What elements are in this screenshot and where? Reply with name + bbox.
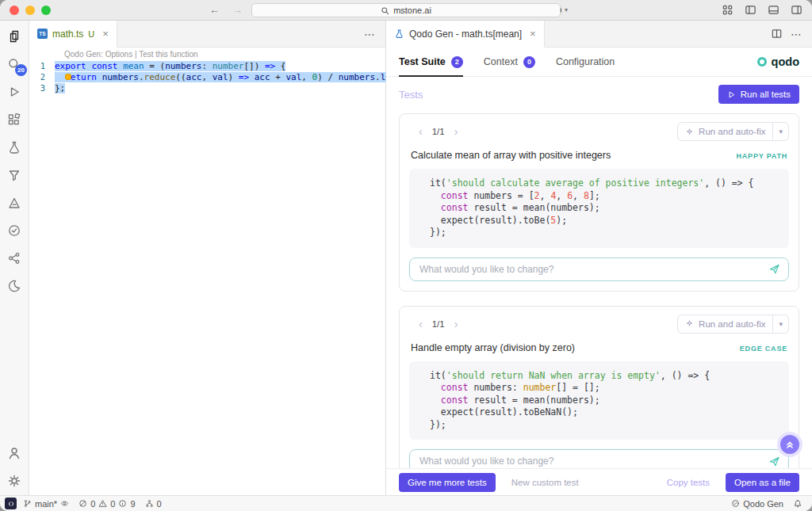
double-chevron-up-icon: [784, 439, 795, 450]
test-category-badge: EDGE CASE: [740, 345, 787, 353]
tab-filename: math.ts: [52, 29, 83, 40]
test-code-block[interactable]: it('should return NaN when array is empt…: [409, 361, 789, 440]
testing-view-button[interactable]: [5, 221, 24, 240]
code-text: return numbers.reduce((acc, val) => acc …: [55, 72, 417, 82]
tab-configuration[interactable]: Configuration: [556, 48, 615, 76]
line-number: 1: [29, 61, 55, 71]
test-pagination: 1/1: [432, 319, 445, 329]
toggle-secondary-sidebar-button[interactable]: [791, 4, 802, 16]
share-graph-view-button[interactable]: [5, 249, 24, 268]
run-autofix-button[interactable]: Run and auto-fix ▾: [677, 122, 789, 141]
tab-label: Context: [484, 56, 518, 67]
play-icon: [727, 90, 736, 99]
tab-test-suite[interactable]: Test Suite 2: [399, 48, 463, 76]
qodo-panel-footer: Give me more tests New custom test Copy …: [386, 468, 812, 495]
check-circle-icon: [6, 223, 22, 238]
run-autofix-button[interactable]: Run and auto-fix ▾: [677, 315, 789, 334]
caret-down-icon: ▾: [565, 6, 568, 13]
change-request-input[interactable]: [418, 455, 762, 467]
qodo-flask-view-button[interactable]: [5, 138, 24, 157]
crescent-icon: [6, 278, 22, 294]
layout-sidebar-left-icon: [745, 4, 756, 16]
editor-code-line[interactable]: 3};: [29, 82, 385, 93]
editor-actions-more-icon[interactable]: ⋯: [364, 28, 376, 40]
prev-test-chevron[interactable]: ‹: [419, 318, 423, 330]
problems-status[interactable]: 0 0 9: [74, 496, 140, 511]
toggle-sidebar-button[interactable]: [745, 4, 756, 16]
tab-math-ts[interactable]: TS math.ts U ×: [29, 21, 117, 48]
workbench: 20: [0, 21, 812, 495]
network-status[interactable]: 0: [140, 496, 167, 511]
minimize-window-button[interactable]: [25, 6, 35, 15]
apps-grid-button[interactable]: [722, 4, 733, 16]
prev-test-chevron[interactable]: ‹: [419, 126, 423, 137]
git-branch-status[interactable]: main*: [18, 496, 74, 511]
change-request-input[interactable]: [418, 263, 762, 276]
qodo-logo-icon: [757, 57, 767, 67]
run-autofix-label: Run and auto-fix: [699, 127, 765, 136]
editor-code-line[interactable]: 1export const mean = (numbers: number[])…: [29, 60, 385, 71]
lightbulb-icon[interactable]: [65, 74, 71, 80]
test-code-block[interactable]: it('should calculate average of positive…: [409, 169, 789, 248]
theme-view-button[interactable]: [5, 276, 24, 296]
give-more-tests-button[interactable]: Give me more tests: [399, 473, 496, 492]
maximize-window-button[interactable]: [41, 6, 51, 15]
gear-icon: [6, 473, 22, 489]
explorer-view-button[interactable]: [5, 27, 24, 46]
test-card: ‹ 1/1 › Run and auto-fix ▾ Calculate mea…: [399, 113, 799, 292]
filter-view-button[interactable]: [5, 166, 24, 185]
search-view-button[interactable]: 20: [5, 55, 24, 74]
run-all-tests-button[interactable]: Run all tests: [718, 85, 799, 104]
fork-icon: [145, 499, 154, 508]
open-as-file-button[interactable]: Open as a file: [726, 473, 799, 492]
notifications-button[interactable]: [788, 499, 807, 509]
copy-tests-button[interactable]: Copy tests: [662, 477, 714, 488]
beaker-icon: [394, 29, 404, 39]
toggle-panel-button[interactable]: [768, 4, 779, 16]
vscode-window: ← → mstone.ai ▾: [0, 0, 812, 511]
run-options-chevron[interactable]: ▾: [772, 315, 788, 333]
remote-icon: [7, 500, 15, 508]
editor-lines: 1export const mean = (numbers: number[])…: [29, 60, 385, 93]
layout-panel-bottom-icon: [768, 4, 779, 16]
new-custom-test-button[interactable]: New custom test: [507, 477, 584, 488]
codelens-actions[interactable]: Qodo Gen: Options | Test this function: [64, 50, 385, 59]
next-test-chevron[interactable]: ›: [454, 126, 458, 137]
tab-context[interactable]: Context 0: [484, 48, 535, 76]
next-test-chevron[interactable]: ›: [454, 318, 458, 330]
close-tab-icon[interactable]: ×: [530, 28, 536, 40]
split-editor-icon[interactable]: [771, 28, 783, 40]
branch-icon: [23, 499, 32, 508]
accounts-button[interactable]: [5, 444, 24, 463]
test-category-badge: HAPPY PATH: [736, 152, 787, 160]
autofix-spark-icon: [685, 319, 694, 328]
send-icon[interactable]: [768, 263, 780, 275]
editor-code-line[interactable]: 2 return numbers.reduce((acc, val) => ac…: [29, 71, 385, 82]
qodo-a-view-button[interactable]: [5, 193, 24, 212]
qodo-logo: qodo: [757, 55, 799, 68]
panel-more-actions-icon[interactable]: ⋯: [791, 28, 802, 40]
close-window-button[interactable]: [10, 6, 19, 15]
extensions-view-button[interactable]: [5, 110, 24, 129]
remote-indicator[interactable]: [5, 498, 17, 509]
change-request-box: [409, 449, 789, 468]
navigate-back-button[interactable]: ←: [209, 5, 220, 15]
code-text: };: [55, 83, 65, 93]
code-text: export const mean = (numbers: number[]) …: [55, 61, 285, 71]
close-tab-icon[interactable]: ×: [102, 28, 109, 40]
settings-button[interactable]: [5, 471, 24, 490]
qodo-nav-tabs: Test Suite 2 Context 0 Configuration qod…: [386, 48, 812, 77]
titlebar: ← → mstone.ai ▾: [0, 0, 812, 21]
tests-header: Tests Run all tests: [386, 77, 812, 110]
qodo-gen-status[interactable]: Qodo Gen: [726, 499, 788, 509]
scroll-to-top-button[interactable]: [777, 432, 802, 457]
navigate-forward-button[interactable]: →: [232, 5, 243, 15]
run-options-chevron[interactable]: ▾: [772, 123, 788, 140]
person-icon: [6, 445, 22, 461]
run-debug-view-button[interactable]: [5, 82, 24, 101]
command-center-search[interactable]: mstone.ai: [251, 3, 561, 17]
code-editor[interactable]: Qodo Gen: Options | Test this function 1…: [29, 48, 385, 495]
explorer-icon: [6, 29, 22, 44]
send-icon[interactable]: [768, 456, 780, 467]
tab-qodo-gen[interactable]: Qodo Gen - math.ts[mean] ×: [386, 21, 545, 48]
